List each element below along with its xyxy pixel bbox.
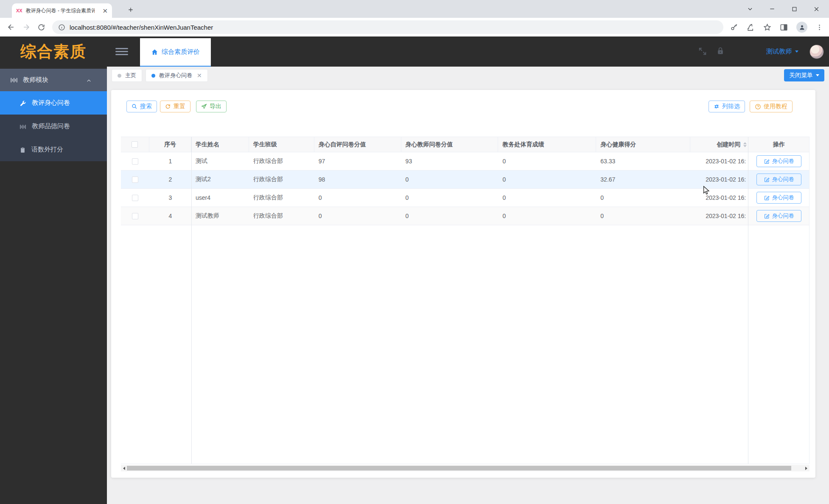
table-header-row: 序号 学生姓名 学生班级 身心自评问卷分值 身心教师问卷分值 教务处体育成绩 身… [121, 137, 809, 152]
minimize-button[interactable] [761, 0, 783, 18]
scroll-left-arrow-icon[interactable] [121, 465, 127, 471]
horizontal-scrollbar[interactable] [121, 465, 809, 471]
scroll-right-arrow-icon[interactable] [803, 465, 809, 471]
action-button-label: 身心问卷 [772, 157, 794, 165]
tutorial-button[interactable]: 使用教程 [750, 101, 793, 112]
cell-health-score: 63.33 [596, 152, 690, 170]
reset-button[interactable]: 重置 [160, 101, 190, 112]
column-filter-button[interactable]: 列筛选 [709, 101, 745, 112]
sidebar-item-subject-scoring[interactable]: 语数外打分 [0, 138, 107, 161]
row-checkbox-cell [121, 171, 149, 188]
cell-teacher-score: 93 [401, 152, 499, 170]
header-action: 操作 [748, 137, 809, 152]
edit-square-icon [764, 177, 770, 182]
cell-student-class: 行政综合部 [249, 207, 314, 225]
header-pe-score: 教务处体育成绩 [498, 137, 596, 152]
browser-toolbar: localhost:8080/#/teacher/shenXinWenJuanT… [0, 18, 829, 36]
cell-index: 4 [149, 207, 191, 225]
action-button-label: 身心问卷 [772, 176, 794, 183]
export-button[interactable]: 导出 [196, 101, 227, 112]
row-checkbox[interactable] [132, 158, 138, 165]
mouse-cursor [703, 186, 711, 195]
page-tab-label: 主页 [125, 72, 136, 79]
module-bars-icon [20, 122, 26, 130]
main-content: 主页 教评身心问卷 ✕ 关闭菜单 搜索 重置 导出 列筛选 使用 [107, 67, 829, 504]
page-tab-shenxin[interactable]: 教评身心问卷 ✕ [146, 69, 208, 82]
user-menu[interactable]: 测试教师 [766, 36, 798, 67]
header-student-class: 学生班级 [249, 137, 314, 152]
sidebar-item-shenxin-questionnaire[interactable]: 教评身心问卷 [0, 91, 107, 115]
shenxin-questionnaire-button[interactable]: 身心问卷 [756, 174, 801, 185]
export-label: 导出 [210, 103, 221, 110]
close-window-button[interactable] [805, 0, 827, 18]
cell-pe-score: 0 [498, 207, 596, 225]
lock-icon[interactable] [716, 47, 725, 55]
shenxin-questionnaire-button[interactable]: 身心问卷 [756, 155, 801, 167]
content-card: 搜索 重置 导出 列筛选 使用教程 序号 学生姓名 学生班级 身心自评问卷分值 … [111, 90, 815, 478]
username: 测试教师 [766, 48, 792, 56]
window-controls [739, 0, 827, 18]
url-text: localhost:8080/#/teacher/shenXinWenJuanT… [70, 24, 213, 31]
new-tab-button[interactable] [127, 6, 134, 13]
header-health-score: 身心健康得分 [596, 137, 690, 152]
sidebar-toggle-icon[interactable] [115, 48, 128, 57]
tab-dot-icon [151, 74, 155, 78]
header-index: 序号 [149, 137, 191, 152]
action-row: 身心问卷 [748, 171, 809, 189]
cell-pe-score: 0 [498, 152, 596, 170]
gear-icon [714, 104, 720, 109]
search-button[interactable]: 搜索 [126, 101, 157, 112]
maximize-button[interactable] [783, 0, 805, 18]
address-bar[interactable]: localhost:8080/#/teacher/shenXinWenJuanT… [52, 20, 723, 34]
cell-student-class: 行政综合部 [249, 171, 314, 188]
search-label: 搜索 [140, 103, 152, 110]
share-icon[interactable] [747, 23, 755, 31]
forward-icon[interactable] [22, 23, 31, 31]
paper-plane-icon [201, 104, 207, 109]
scrollbar-thumb[interactable] [127, 466, 791, 470]
fixed-col-body: 身心问卷 身心问卷 身心问卷 身心问卷 [748, 152, 809, 225]
caret-down-icon [816, 74, 819, 76]
sidebar-item-teacher-module[interactable]: 教师模块 [0, 69, 107, 91]
row-checkbox[interactable] [132, 176, 138, 183]
back-icon[interactable] [7, 23, 15, 31]
tab-close-icon[interactable]: ✕ [102, 8, 108, 14]
table-row[interactable]: 1 测试 行政综合部 97 93 0 63.33 2023-01-02 16: [121, 152, 809, 171]
tab-search-icon[interactable] [739, 0, 761, 18]
reload-icon[interactable] [37, 23, 45, 31]
password-key-icon[interactable] [730, 23, 738, 31]
cell-index: 1 [149, 152, 191, 170]
close-menu-button[interactable]: 关闭菜单 [784, 69, 824, 81]
cell-index: 3 [149, 189, 191, 207]
row-checkbox[interactable] [132, 195, 138, 201]
page-tab-home[interactable]: 主页 [112, 69, 142, 82]
cell-teacher-score: 0 [401, 171, 499, 188]
profile-avatar-icon[interactable] [796, 22, 807, 33]
action-row: 身心问卷 [748, 152, 809, 171]
edit-square-icon [764, 213, 770, 219]
sidebar-item-teacher-morality[interactable]: 教师品德问卷 [0, 115, 107, 138]
row-checkbox[interactable] [132, 213, 138, 219]
top-nav-tab[interactable]: 综合素质评价 [140, 38, 211, 67]
select-all-checkbox[interactable] [132, 141, 138, 148]
shenxin-questionnaire-button[interactable]: 身心问卷 [756, 192, 801, 204]
cell-index: 2 [149, 171, 191, 188]
bookmark-star-icon[interactable] [763, 23, 771, 31]
browser-menu-icon[interactable] [816, 23, 823, 31]
row-checkbox-cell [121, 207, 149, 225]
row-checkbox-cell [121, 189, 149, 207]
tab-close-icon[interactable]: ✕ [197, 73, 202, 78]
browser-tab[interactable]: XX 教评身心问卷 - 学生综合素质评 ✕ [12, 3, 112, 18]
sort-caret-icon[interactable] [743, 142, 747, 147]
side-panel-icon[interactable] [780, 23, 788, 31]
action-row: 身心问卷 [748, 189, 809, 207]
user-avatar[interactable] [809, 45, 824, 59]
cell-health-score: 0 [596, 189, 690, 207]
shenxin-questionnaire-button[interactable]: 身心问卷 [756, 210, 801, 222]
reset-label: 重置 [174, 103, 185, 110]
site-info-icon[interactable] [58, 23, 65, 31]
cell-self-score: 98 [314, 171, 401, 188]
fullscreen-icon[interactable] [698, 47, 707, 56]
sidebar-item-label: 语数外打分 [31, 146, 63, 154]
table-row[interactable]: 4 测试教师 行政综合部 0 0 0 0 2023-01-02 16: [121, 207, 809, 225]
